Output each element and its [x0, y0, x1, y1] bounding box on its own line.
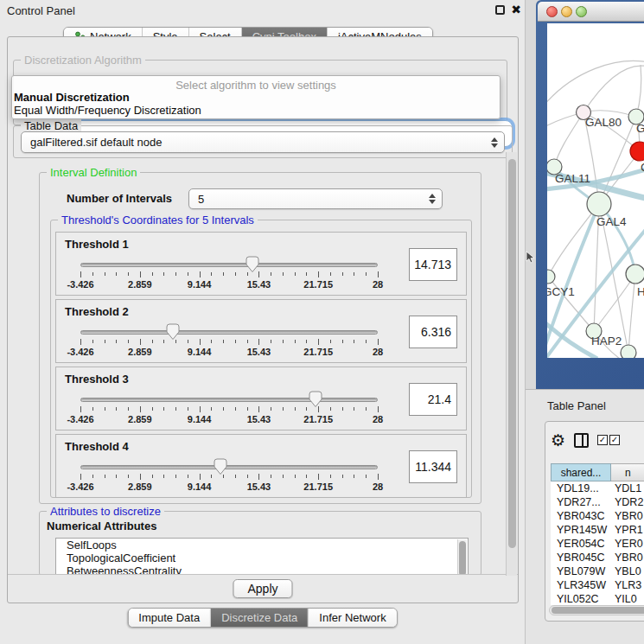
table-row[interactable]: YIL052CYIL0	[551, 592, 644, 605]
panel-scrollbar[interactable]	[506, 152, 517, 576]
slider-tick	[247, 340, 248, 343]
slider-tick	[258, 474, 259, 480]
algorithm-option[interactable]: Manual Discretization	[14, 91, 130, 104]
slider-track[interactable]	[80, 263, 378, 267]
bottom-tab-label: Impute Data	[138, 611, 200, 624]
network-node-red[interactable]	[630, 142, 644, 161]
network-node-label: GAL	[636, 122, 644, 135]
slider-tick	[140, 271, 141, 277]
slider-tick	[271, 475, 271, 478]
zoom-traffic-light-icon[interactable]	[576, 6, 587, 17]
slider-tick	[175, 475, 176, 478]
slider-thumb[interactable]	[166, 323, 180, 341]
slider-tick	[211, 475, 212, 478]
algorithm-option[interactable]: Equal Width/Frequency Discretization	[14, 104, 201, 117]
slider-tick	[271, 340, 271, 343]
threshold-value-field[interactable]: 21.4	[409, 383, 457, 416]
attributes-list[interactable]: SelfLoopsTopologicalCoefficientBetweenne…	[55, 538, 469, 577]
bottom-tab-infer-network[interactable]: Infer Network	[308, 609, 396, 627]
slider-track[interactable]	[80, 330, 378, 335]
table-row[interactable]: YPR145WYPR1	[551, 523, 644, 537]
network-edge[interactable]	[628, 274, 635, 353]
threshold-label: Threshold 3	[65, 373, 129, 386]
table-row[interactable]: YBL079WYBL0	[551, 564, 644, 578]
threshold-value-field[interactable]: 14.713	[409, 248, 457, 281]
network-edge[interactable]	[583, 66, 644, 112]
slider-tick	[342, 272, 343, 276]
slider-tick	[92, 475, 93, 478]
close-icon[interactable]: ✖	[511, 3, 521, 16]
network-node-green[interactable]	[621, 345, 636, 358]
network-canvas[interactable]: GAL80GALCGAL11GAL4GCY1HHAP2	[547, 23, 644, 358]
threshold-value-field[interactable]: 6.316	[409, 316, 457, 348]
slider-tick	[200, 271, 201, 277]
table-hscrollbar[interactable]	[549, 605, 644, 615]
slider-tick	[318, 474, 319, 480]
network-node-green[interactable]	[547, 270, 555, 284]
slider-tick	[235, 407, 236, 411]
slider-tick-label: 15.43	[233, 347, 284, 357]
slider-track[interactable]	[80, 398, 378, 402]
bottom-tab-discretize-data[interactable]: Discretize Data	[210, 609, 308, 627]
slider-tick	[152, 475, 153, 478]
table-row[interactable]: YDL19...YDL1	[551, 481, 644, 495]
network-node-label: H	[637, 285, 644, 298]
restore-icon[interactable]	[495, 5, 505, 15]
table-hscrollbar-thumb[interactable]	[552, 607, 644, 614]
slider-tick	[188, 340, 188, 343]
num-intervals-combobox[interactable]: 5	[188, 188, 443, 209]
slider-thumb[interactable]	[309, 391, 322, 408]
slider-tick	[318, 339, 319, 345]
network-node-green[interactable]	[626, 265, 644, 284]
slider-track[interactable]	[80, 465, 378, 469]
threshold-value-field[interactable]: 11.344	[409, 450, 457, 483]
slider-tick-label: 9.144	[174, 481, 226, 492]
algorithm-popup: Select algorithm to view settings Manual…	[11, 75, 501, 119]
network-node-green[interactable]	[587, 192, 611, 216]
slider-tick	[223, 340, 224, 343]
thresholds-group: Threshold's Coordinates for 5 Intervals …	[50, 220, 472, 498]
slider-tick	[188, 272, 188, 276]
algorithm-popup-ghost: Select algorithm to view settings	[12, 79, 500, 92]
slider-tick	[128, 407, 129, 411]
slider-tick	[116, 272, 117, 276]
slider-tick	[295, 475, 296, 478]
column-header-name[interactable]: n	[611, 463, 644, 481]
table-data-combobox[interactable]: galFiltered.sif default node	[21, 131, 505, 153]
minimize-traffic-light-icon[interactable]	[561, 6, 572, 17]
combo-arrows-icon	[429, 194, 436, 204]
slider-thumb[interactable]	[245, 256, 259, 273]
threshold-row: Threshold 2-3.4262.8599.14415.4321.71528…	[55, 299, 467, 363]
panel-scrollbar-thumb[interactable]	[508, 159, 516, 548]
attribute-list-item[interactable]: SelfLoops	[56, 539, 468, 552]
table-row[interactable]: YBR043CYBR0	[551, 509, 644, 523]
attributes-group: Attributes to discretize Numerical Attri…	[39, 511, 481, 576]
slider-tick	[283, 340, 284, 343]
slider-tick	[105, 272, 105, 276]
apply-button[interactable]: Apply	[233, 579, 292, 598]
slider-tick	[92, 340, 93, 343]
table-row[interactable]: YBR045CYBR0	[551, 551, 644, 564]
close-traffic-light-icon[interactable]	[546, 6, 558, 17]
apply-bar: Apply	[8, 574, 518, 602]
columns-icon[interactable]	[574, 433, 589, 448]
node-table: shared... n YDL19...YDL1YDR27...YDR2YBR0…	[551, 463, 644, 605]
slider-tick	[366, 340, 367, 343]
column-header-shared-name[interactable]: shared...	[551, 463, 611, 481]
cell-name: YBR0	[611, 510, 644, 522]
slider-tick-label: 15.43	[233, 481, 284, 492]
numerical-attributes-label: Numerical Attributes	[47, 520, 156, 532]
slider-tick	[188, 475, 188, 478]
table-row[interactable]: YER054CYER0	[551, 537, 644, 551]
checkbox-checked-icon[interactable]: ✓	[597, 435, 608, 445]
table-row[interactable]: YDR27...YDR2	[551, 495, 644, 509]
slider-tick	[140, 339, 141, 345]
table-row[interactable]: YLR345WYLR3	[551, 578, 644, 592]
attributes-list-scrollbar[interactable]	[457, 539, 467, 577]
table-data-group: Table Data galFiltered.sif default node	[13, 125, 513, 158]
checkbox-checked-icon[interactable]: ✓	[609, 435, 620, 445]
attribute-list-item[interactable]: TopologicalCoefficient	[56, 552, 468, 564]
gear-icon[interactable]: ⚙	[551, 432, 565, 449]
bottom-tab-impute-data[interactable]: Impute Data	[128, 609, 210, 627]
slider-thumb[interactable]	[214, 458, 227, 475]
